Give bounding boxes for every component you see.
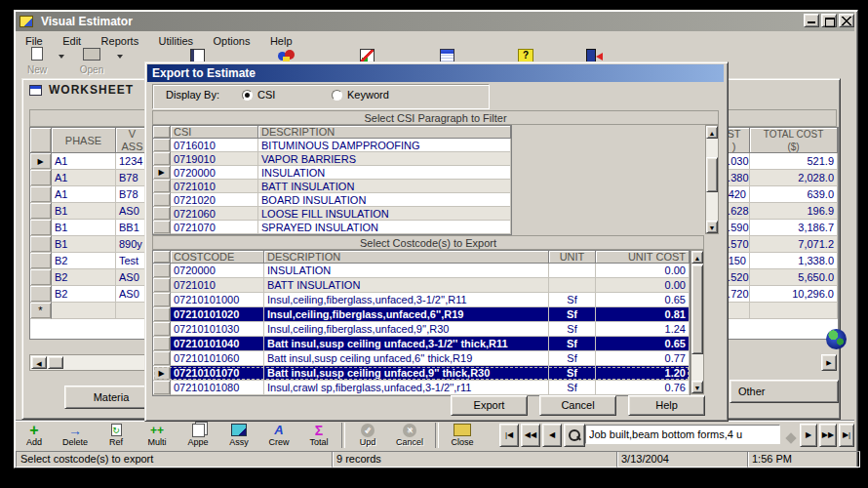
scroll-right-button[interactable]: ▶ (821, 354, 837, 371)
csi-desc-cell[interactable]: VAPOR BARRIERS (258, 152, 511, 166)
other-button[interactable]: Other (730, 380, 839, 403)
unit-cost-cell[interactable]: 1.20 (596, 366, 690, 381)
total-button[interactable]: Σ Total (300, 423, 337, 450)
costcode-row-selected[interactable]: 07210101040 Batt insul,susp ceiling unfa… (153, 337, 690, 351)
costcode-cell[interactable]: 07210101020 (171, 307, 264, 322)
total-cost-cell[interactable]: 196.9 (750, 203, 838, 220)
worksheet-row[interactable]: B1 AS0 (30, 203, 149, 220)
worksheet-row[interactable]: B2 Test (30, 253, 149, 269)
help-button[interactable]: Help (628, 395, 705, 416)
costcode-cell[interactable]: 0720000 (171, 264, 264, 278)
nav-fwd-button[interactable]: ▶ (800, 424, 817, 447)
unit-cost-cell[interactable]: 0.65 (596, 337, 690, 351)
unit-cell[interactable]: Sf (549, 366, 596, 381)
description-cell[interactable]: Insul,ceiling,fiberglass,unfaced,6'',R19 (264, 307, 549, 322)
worksheet-row[interactable]: B1 BB1 (30, 220, 149, 236)
csi-desc-cell[interactable]: BITUMINOUS DAMPPROOFING (258, 139, 511, 152)
description-cell[interactable]: Batt insul,susp ceiling unfaced,3-1/2'' … (264, 337, 549, 351)
unit-cost-cell[interactable]: 0.76 (596, 381, 690, 395)
unit-cell[interactable]: Sf (549, 293, 596, 307)
costcode-cell[interactable]: 07210101080 (171, 381, 264, 395)
nav-first-button[interactable]: |◀ (499, 424, 519, 447)
phase-cell[interactable]: B1 (52, 220, 116, 236)
record-search-field[interactable] (585, 425, 780, 444)
description-cell[interactable]: Batt insul,susp ceiling unfaced,6'' thic… (264, 351, 549, 366)
csi-vscrollbar[interactable]: ▲ ▼ (705, 125, 719, 234)
unit-cell[interactable] (549, 264, 596, 278)
csi-row[interactable]: ▶ 0720000 INSULATION (153, 166, 511, 180)
radio-csi-label[interactable]: CSI (257, 89, 275, 101)
costcode-cell[interactable]: 07210101000 (171, 293, 264, 307)
nav-last-button[interactable]: ▶| (839, 424, 854, 447)
close-toolbar-button[interactable]: Close (441, 423, 484, 450)
costcode-column-header[interactable]: COSTCODE (171, 251, 264, 264)
csi-code-cell[interactable]: 0721020 (171, 193, 258, 207)
unit-cost-cell[interactable]: 1.24 (596, 322, 690, 337)
worksheet-row[interactable]: B2 AS0 (30, 269, 149, 286)
close-button[interactable] (839, 14, 854, 27)
csi-code-cell[interactable]: 0720000 (171, 166, 258, 180)
unit-cell[interactable]: Sf (549, 337, 596, 351)
costcode-row[interactable]: 07210101060 Batt insul,susp ceiling unfa… (153, 351, 690, 366)
costcode-scroll-thumb[interactable] (691, 264, 703, 354)
menu-utilities[interactable]: Utilities (151, 34, 201, 48)
menu-file[interactable]: File (18, 34, 51, 48)
total-cost-cell[interactable]: 521.9 (750, 153, 838, 170)
delete-button[interactable]: → Delete (56, 423, 95, 450)
ref-button[interactable]: ↻ Ref (98, 423, 135, 450)
help-icon[interactable]: ? (518, 49, 533, 62)
crew-button[interactable]: A Crew (260, 423, 297, 450)
total-cost-header[interactable]: TOTAL COST($) (750, 128, 838, 153)
worksheet-row-right[interactable]: 8.720 10,296.0 (719, 286, 838, 303)
csi-code-cell[interactable]: 0719010 (171, 152, 258, 166)
description-cell[interactable]: Insul,crawl sp,fiberglass,unfaced,3-1/2'… (264, 381, 549, 395)
costcode-scroll-up-button[interactable]: ▲ (691, 251, 703, 264)
multi-button[interactable]: ++ Multi (138, 423, 177, 450)
unit-cell[interactable]: Sf (549, 322, 596, 337)
radio-keyword-label[interactable]: Keyword (347, 89, 389, 101)
costcode-row[interactable]: 07210101080 Insul,crawl sp,fiberglass,un… (153, 381, 690, 395)
export-button[interactable]: Export (451, 395, 528, 416)
nav-back-button[interactable]: ◀ (542, 424, 562, 447)
description-column-header[interactable]: DESCRIPTION (258, 126, 511, 139)
worksheet-row[interactable]: ▶ A1 1234 (30, 153, 149, 170)
csi-code-cell[interactable]: 0716010 (171, 139, 258, 152)
unit-cost-cell[interactable]: 0.77 (596, 351, 690, 366)
costcode-row-selected-focused[interactable]: ▶ 07210101070 Batt insul,susp ceiling un… (153, 366, 690, 381)
costcode-cell[interactable]: 07210101060 (171, 351, 264, 366)
unit-cost-cell[interactable]: 0.00 (596, 264, 690, 278)
open-button[interactable]: Open (72, 47, 111, 76)
worksheet-row-right[interactable]: 5.570 7,071.2 (719, 236, 838, 253)
append-button[interactable]: Appe (178, 423, 217, 450)
phase-cell[interactable]: A1 (52, 153, 116, 170)
worksheet-row[interactable]: A1 B78 (30, 186, 149, 203)
scroll-left-button[interactable]: ◀ (31, 356, 47, 369)
worksheet-row-right[interactable]: 8.030 521.9 (719, 153, 838, 170)
csi-desc-cell[interactable]: BATT INSULATION (258, 180, 511, 193)
total-cost-cell[interactable]: 10,296.0 (750, 286, 838, 303)
total-cost-cell[interactable]: 3,186.7 (750, 220, 838, 236)
csi-code-cell[interactable]: 0721070 (171, 221, 258, 234)
description-column-header[interactable]: DESCRIPTION (264, 251, 549, 264)
costcode-row-selected[interactable]: 07210101020 Insul,ceiling,fiberglass,unf… (153, 307, 690, 322)
phase-cell[interactable]: B1 (52, 203, 116, 220)
unit-cost-cell[interactable]: 0.65 (596, 293, 690, 307)
menu-help[interactable]: Help (262, 34, 300, 48)
phase-cell[interactable]: A1 (52, 170, 116, 186)
worksheet-row-right[interactable]: .150 1,338.0 (719, 253, 838, 269)
menu-reports[interactable]: Reports (94, 34, 147, 48)
unit-cost-cell[interactable]: 0.00 (596, 278, 690, 293)
assembly-button[interactable]: Assy (219, 423, 258, 450)
csi-row[interactable]: 0719010 VAPOR BARRIERS (153, 152, 511, 166)
csi-row[interactable]: 0716010 BITUMINOUS DAMPPROOFING (153, 139, 511, 152)
worksheet-row[interactable]: B2 AS0 (30, 286, 149, 303)
unit-cost-column-header[interactable]: UNIT COST (596, 251, 690, 264)
description-cell[interactable]: Insul,ceiling,fiberglass,unfaced,9'',R30 (264, 322, 549, 337)
csi-column-header[interactable]: CSI (171, 126, 258, 139)
maximize-button[interactable] (821, 14, 837, 27)
costcode-scroll-down-button[interactable]: ▼ (691, 381, 703, 393)
worksheet-row-right[interactable]: 5.628 196.9 (719, 203, 838, 220)
total-cost-cell[interactable]: 1,338.0 (750, 253, 838, 269)
csi-row[interactable]: 0721010 BATT INSULATION (153, 180, 511, 193)
csi-row[interactable]: 0721060 LOOSE FILL INSULATION (153, 207, 511, 221)
